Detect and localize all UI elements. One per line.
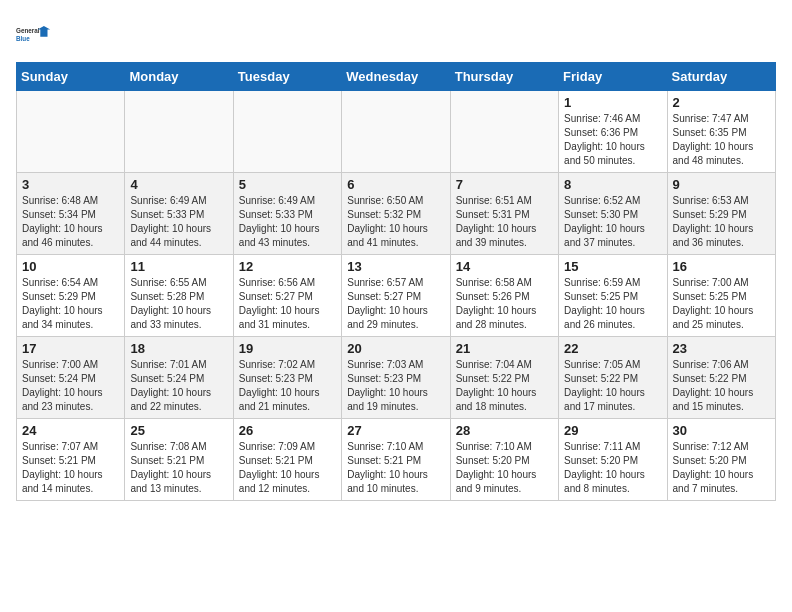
- day-info: Sunrise: 6:54 AM Sunset: 5:29 PM Dayligh…: [22, 276, 119, 332]
- logo-icon: GeneralBlue: [16, 16, 52, 52]
- calendar-cell: 15Sunrise: 6:59 AM Sunset: 5:25 PM Dayli…: [559, 255, 667, 337]
- day-info: Sunrise: 6:55 AM Sunset: 5:28 PM Dayligh…: [130, 276, 227, 332]
- day-info: Sunrise: 7:12 AM Sunset: 5:20 PM Dayligh…: [673, 440, 770, 496]
- day-number: 3: [22, 177, 119, 192]
- day-number: 24: [22, 423, 119, 438]
- calendar-cell: 29Sunrise: 7:11 AM Sunset: 5:20 PM Dayli…: [559, 419, 667, 501]
- day-info: Sunrise: 7:05 AM Sunset: 5:22 PM Dayligh…: [564, 358, 661, 414]
- day-number: 6: [347, 177, 444, 192]
- calendar-cell: [17, 91, 125, 173]
- calendar-cell: 2Sunrise: 7:47 AM Sunset: 6:35 PM Daylig…: [667, 91, 775, 173]
- calendar-cell: 14Sunrise: 6:58 AM Sunset: 5:26 PM Dayli…: [450, 255, 558, 337]
- calendar-cell: 7Sunrise: 6:51 AM Sunset: 5:31 PM Daylig…: [450, 173, 558, 255]
- svg-text:Blue: Blue: [16, 35, 30, 42]
- calendar-cell: 5Sunrise: 6:49 AM Sunset: 5:33 PM Daylig…: [233, 173, 341, 255]
- day-number: 15: [564, 259, 661, 274]
- weekday-header-thursday: Thursday: [450, 63, 558, 91]
- calendar-cell: 19Sunrise: 7:02 AM Sunset: 5:23 PM Dayli…: [233, 337, 341, 419]
- calendar-cell: 18Sunrise: 7:01 AM Sunset: 5:24 PM Dayli…: [125, 337, 233, 419]
- day-number: 10: [22, 259, 119, 274]
- day-number: 22: [564, 341, 661, 356]
- day-number: 13: [347, 259, 444, 274]
- day-number: 19: [239, 341, 336, 356]
- calendar-cell: [450, 91, 558, 173]
- calendar-cell: 3Sunrise: 6:48 AM Sunset: 5:34 PM Daylig…: [17, 173, 125, 255]
- day-info: Sunrise: 7:02 AM Sunset: 5:23 PM Dayligh…: [239, 358, 336, 414]
- calendar-cell: 26Sunrise: 7:09 AM Sunset: 5:21 PM Dayli…: [233, 419, 341, 501]
- day-number: 26: [239, 423, 336, 438]
- day-number: 11: [130, 259, 227, 274]
- calendar-cell: 16Sunrise: 7:00 AM Sunset: 5:25 PM Dayli…: [667, 255, 775, 337]
- calendar-cell: 17Sunrise: 7:00 AM Sunset: 5:24 PM Dayli…: [17, 337, 125, 419]
- calendar-cell: [125, 91, 233, 173]
- page-header: GeneralBlue: [16, 16, 776, 52]
- day-info: Sunrise: 6:52 AM Sunset: 5:30 PM Dayligh…: [564, 194, 661, 250]
- calendar-cell: 11Sunrise: 6:55 AM Sunset: 5:28 PM Dayli…: [125, 255, 233, 337]
- calendar-cell: 22Sunrise: 7:05 AM Sunset: 5:22 PM Dayli…: [559, 337, 667, 419]
- day-info: Sunrise: 6:51 AM Sunset: 5:31 PM Dayligh…: [456, 194, 553, 250]
- weekday-header-wednesday: Wednesday: [342, 63, 450, 91]
- day-info: Sunrise: 6:50 AM Sunset: 5:32 PM Dayligh…: [347, 194, 444, 250]
- logo: GeneralBlue: [16, 16, 52, 52]
- calendar-cell: 12Sunrise: 6:56 AM Sunset: 5:27 PM Dayli…: [233, 255, 341, 337]
- calendar-cell: 25Sunrise: 7:08 AM Sunset: 5:21 PM Dayli…: [125, 419, 233, 501]
- weekday-header-friday: Friday: [559, 63, 667, 91]
- day-info: Sunrise: 6:53 AM Sunset: 5:29 PM Dayligh…: [673, 194, 770, 250]
- svg-text:General: General: [16, 27, 40, 34]
- calendar-cell: [342, 91, 450, 173]
- day-number: 20: [347, 341, 444, 356]
- weekday-header-tuesday: Tuesday: [233, 63, 341, 91]
- day-number: 12: [239, 259, 336, 274]
- day-info: Sunrise: 7:00 AM Sunset: 5:24 PM Dayligh…: [22, 358, 119, 414]
- calendar-cell: 27Sunrise: 7:10 AM Sunset: 5:21 PM Dayli…: [342, 419, 450, 501]
- calendar-table: SundayMondayTuesdayWednesdayThursdayFrid…: [16, 62, 776, 501]
- day-number: 4: [130, 177, 227, 192]
- day-number: 21: [456, 341, 553, 356]
- day-number: 25: [130, 423, 227, 438]
- day-info: Sunrise: 7:47 AM Sunset: 6:35 PM Dayligh…: [673, 112, 770, 168]
- day-info: Sunrise: 6:48 AM Sunset: 5:34 PM Dayligh…: [22, 194, 119, 250]
- day-number: 14: [456, 259, 553, 274]
- calendar-cell: 6Sunrise: 6:50 AM Sunset: 5:32 PM Daylig…: [342, 173, 450, 255]
- calendar-cell: 8Sunrise: 6:52 AM Sunset: 5:30 PM Daylig…: [559, 173, 667, 255]
- day-info: Sunrise: 7:00 AM Sunset: 5:25 PM Dayligh…: [673, 276, 770, 332]
- calendar-cell: 20Sunrise: 7:03 AM Sunset: 5:23 PM Dayli…: [342, 337, 450, 419]
- day-info: Sunrise: 6:58 AM Sunset: 5:26 PM Dayligh…: [456, 276, 553, 332]
- weekday-header-sunday: Sunday: [17, 63, 125, 91]
- calendar-cell: 23Sunrise: 7:06 AM Sunset: 5:22 PM Dayli…: [667, 337, 775, 419]
- day-number: 2: [673, 95, 770, 110]
- day-number: 17: [22, 341, 119, 356]
- calendar-cell: 4Sunrise: 6:49 AM Sunset: 5:33 PM Daylig…: [125, 173, 233, 255]
- calendar-cell: 13Sunrise: 6:57 AM Sunset: 5:27 PM Dayli…: [342, 255, 450, 337]
- calendar-cell: [233, 91, 341, 173]
- day-info: Sunrise: 7:03 AM Sunset: 5:23 PM Dayligh…: [347, 358, 444, 414]
- calendar-cell: 1Sunrise: 7:46 AM Sunset: 6:36 PM Daylig…: [559, 91, 667, 173]
- day-info: Sunrise: 7:46 AM Sunset: 6:36 PM Dayligh…: [564, 112, 661, 168]
- svg-marker-2: [38, 26, 51, 37]
- weekday-header-saturday: Saturday: [667, 63, 775, 91]
- day-number: 27: [347, 423, 444, 438]
- calendar-cell: 24Sunrise: 7:07 AM Sunset: 5:21 PM Dayli…: [17, 419, 125, 501]
- day-info: Sunrise: 7:11 AM Sunset: 5:20 PM Dayligh…: [564, 440, 661, 496]
- day-number: 29: [564, 423, 661, 438]
- day-info: Sunrise: 6:59 AM Sunset: 5:25 PM Dayligh…: [564, 276, 661, 332]
- day-info: Sunrise: 7:10 AM Sunset: 5:21 PM Dayligh…: [347, 440, 444, 496]
- day-number: 18: [130, 341, 227, 356]
- calendar-cell: 30Sunrise: 7:12 AM Sunset: 5:20 PM Dayli…: [667, 419, 775, 501]
- day-info: Sunrise: 7:10 AM Sunset: 5:20 PM Dayligh…: [456, 440, 553, 496]
- day-info: Sunrise: 6:49 AM Sunset: 5:33 PM Dayligh…: [239, 194, 336, 250]
- day-number: 28: [456, 423, 553, 438]
- day-info: Sunrise: 7:08 AM Sunset: 5:21 PM Dayligh…: [130, 440, 227, 496]
- day-info: Sunrise: 7:09 AM Sunset: 5:21 PM Dayligh…: [239, 440, 336, 496]
- calendar-cell: 9Sunrise: 6:53 AM Sunset: 5:29 PM Daylig…: [667, 173, 775, 255]
- day-info: Sunrise: 7:01 AM Sunset: 5:24 PM Dayligh…: [130, 358, 227, 414]
- day-info: Sunrise: 7:06 AM Sunset: 5:22 PM Dayligh…: [673, 358, 770, 414]
- day-number: 8: [564, 177, 661, 192]
- day-number: 9: [673, 177, 770, 192]
- day-info: Sunrise: 7:04 AM Sunset: 5:22 PM Dayligh…: [456, 358, 553, 414]
- day-number: 7: [456, 177, 553, 192]
- weekday-header-monday: Monday: [125, 63, 233, 91]
- calendar-cell: 21Sunrise: 7:04 AM Sunset: 5:22 PM Dayli…: [450, 337, 558, 419]
- day-info: Sunrise: 6:49 AM Sunset: 5:33 PM Dayligh…: [130, 194, 227, 250]
- day-number: 16: [673, 259, 770, 274]
